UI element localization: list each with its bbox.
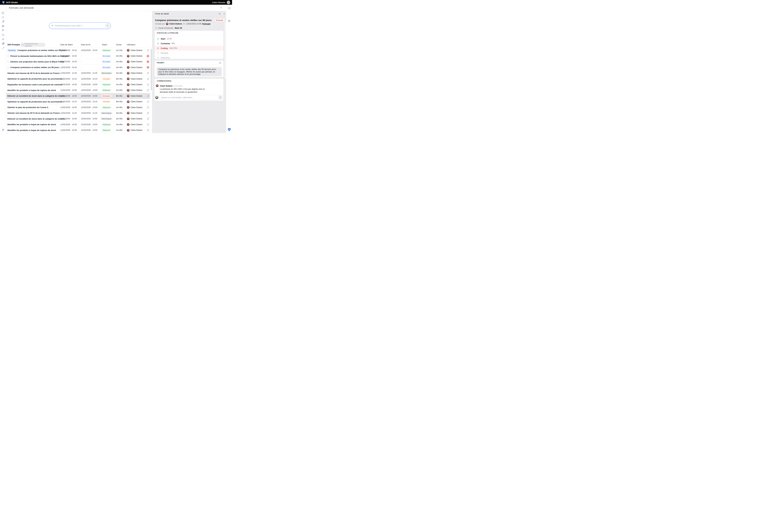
pipeline-step: ✓Container45s — [155, 41, 223, 46]
magic-wand-icon[interactable] — [2, 47, 4, 49]
row-duration: 1m 40s — [116, 128, 122, 133]
status-badge: Interrompue — [101, 72, 112, 75]
row-duration: 2m 40s — [116, 53, 122, 59]
row-title: Comparer prévisions et ventes réelles su… — [10, 66, 59, 68]
comment-send-button[interactable] — [218, 95, 222, 100]
table-row[interactable]: Détecter un excédent de stock dans la ca… — [6, 116, 150, 122]
user-avatar — [127, 101, 130, 103]
user-avatar[interactable] — [227, 1, 230, 4]
table-row[interactable]: Replanifier les livraisons suite à une p… — [6, 82, 150, 87]
row-end-date: 12/02/2025 · 13:10 — [81, 76, 97, 82]
table-row[interactable]: Simuler une hausse de 20 % de la demande… — [6, 110, 150, 116]
rerun-refresh-icon[interactable] — [147, 49, 149, 52]
table-row[interactable]: Optimiser la capacité de production pour… — [6, 99, 150, 105]
row-title: Générer une projection des ventes pour l… — [10, 60, 64, 63]
attach-plus-icon[interactable]: + — [52, 24, 53, 27]
pipeline-card-title: STATUS DE LA PIPELINE — [155, 31, 223, 35]
rerun-refresh-icon[interactable] — [147, 78, 149, 80]
composer-send-button[interactable] — [105, 23, 110, 28]
document-icon[interactable] — [2, 25, 4, 27]
table-row[interactable]: Identifier les produits à risque de rupt… — [6, 128, 150, 133]
filter-icon[interactable] — [220, 7, 223, 9]
rerun-refresh-icon[interactable] — [147, 129, 149, 132]
close-icon[interactable] — [223, 13, 225, 15]
rerun-refresh-icon[interactable] — [147, 83, 149, 86]
row-end-date: 12/02/2025 · 14:50 — [81, 93, 97, 99]
prompt-card: PROMPT Comparer les prévisions et les ve… — [155, 60, 224, 77]
stop-icon[interactable] — [147, 66, 149, 69]
table-row[interactable]: Prévoir la demande hebdomadaire du SKU-4… — [6, 53, 150, 59]
table-row[interactable]: Simuler une hausse de 20 % de la demande… — [6, 71, 150, 76]
row-end-date: 12/02/2025 · 14:50 — [81, 87, 97, 93]
table-row[interactable]: Identifier les produits à risque de rupt… — [6, 122, 150, 128]
table-row[interactable]: Comparer prévisions et ventes réelles su… — [6, 65, 150, 70]
table-row[interactable]: Détecter un excédent de stock dans la ca… — [6, 93, 150, 99]
tasks-icon[interactable] — [2, 43, 4, 45]
row-duration: 9m 40s — [116, 76, 122, 82]
row-user-name: Claire Dubois — [131, 89, 142, 91]
app-title: SCP Studio — [6, 1, 18, 4]
row-start-date: 12/02/2025 · 10:42 — [60, 48, 77, 53]
copy-icon[interactable] — [219, 62, 221, 64]
table-row[interactable]: Générer une projection des ventes pour l… — [6, 59, 150, 65]
app-logo-icon[interactable] — [227, 128, 231, 132]
row-duration: 2m 40s — [116, 65, 122, 70]
flag-report-icon[interactable] — [2, 29, 4, 32]
stop-icon[interactable] — [147, 60, 149, 63]
row-user-name: Claire Dubois — [131, 49, 142, 51]
assistant-composer[interactable]: + Comment puis-je vous aider ? — [49, 23, 111, 29]
rerun-refresh-icon[interactable] — [147, 106, 149, 109]
rerun-refresh-icon[interactable] — [147, 72, 149, 74]
rerun-refresh-icon[interactable] — [147, 95, 149, 97]
user-avatar — [127, 112, 130, 114]
check-icon: ✓ — [157, 42, 159, 45]
row-user-name: Claire Dubois — [131, 78, 142, 80]
clock-icon — [155, 27, 157, 29]
table-row[interactable]: Identifier les produits à risque de rupt… — [6, 87, 150, 93]
table-row[interactable]: Générer le plan de production de l’usine… — [6, 105, 150, 110]
user-avatar — [127, 129, 130, 132]
row-duration: 1m 40s — [116, 105, 122, 110]
table-search-input[interactable]: Rechercher des requêtes — [21, 43, 45, 47]
forecast-link[interactable]: Forecast — [202, 23, 210, 25]
pipeline-step: ✕Coding1min 20s — [155, 46, 223, 51]
status-badge: Annulée — [102, 78, 111, 80]
table-scrollbar-thumb[interactable] — [151, 49, 151, 90]
settings-gear-icon[interactable] — [2, 129, 4, 131]
status-badge: Déployée — [102, 106, 111, 109]
rerun-refresh-icon[interactable] — [147, 123, 149, 126]
table-row[interactable]: Optimiser la capacité de production pour… — [6, 76, 150, 82]
user-avatar — [127, 89, 130, 92]
stop-icon[interactable] — [147, 55, 149, 57]
clipboard-icon[interactable] — [2, 33, 4, 36]
row-user-name: Claire Dubois — [131, 129, 142, 131]
row-duration: 1m 10s — [116, 48, 122, 53]
row-end-date: 12/02/2025 · 14:50 — [81, 128, 97, 133]
rerun-refresh-icon[interactable] — [147, 101, 149, 103]
menu-icon[interactable] — [2, 38, 4, 40]
comments-card: COMMENTAIRES Claire DuboisIl y a 8 min L… — [155, 79, 224, 101]
panel-right-icon[interactable] — [228, 7, 230, 9]
rerun-refresh-icon[interactable] — [147, 89, 149, 91]
composer-input[interactable]: Comment puis-je vous aider ? — [55, 25, 105, 27]
content-header: Formulez une demande — [6, 5, 226, 11]
row-title: Identifier les produits à risque de rupt… — [7, 129, 56, 132]
pipeline-step: Merging — [155, 51, 223, 55]
rerun-refresh-icon[interactable] — [147, 117, 149, 120]
settings-gear-icon[interactable] — [218, 13, 221, 15]
comment-input[interactable]: Ajouter un commentaire, @mention... — [160, 95, 223, 100]
excel-export-icon[interactable]: X — [228, 20, 230, 22]
user-avatar — [127, 78, 130, 80]
comment-item: Claire DuboisIl y a 8 min La prévision d… — [156, 84, 213, 93]
search-icon[interactable] — [2, 16, 4, 19]
table-row[interactable]: Nouveau Comparer prévisions et ventes ré… — [6, 48, 150, 53]
pending-dot-icon — [157, 56, 159, 59]
rerun-refresh-icon[interactable] — [147, 112, 149, 114]
row-start-date: 12/02/2025 · 14:50 — [60, 128, 77, 133]
running-spinner-icon — [7, 66, 10, 69]
row-user-name: Claire Dubois — [131, 112, 142, 114]
panel-scrollbar-thumb[interactable] — [225, 22, 226, 78]
layout-panel-icon[interactable] — [2, 11, 4, 14]
pipeline-step-label: Container — [161, 43, 170, 45]
bell-icon[interactable] — [2, 20, 4, 23]
